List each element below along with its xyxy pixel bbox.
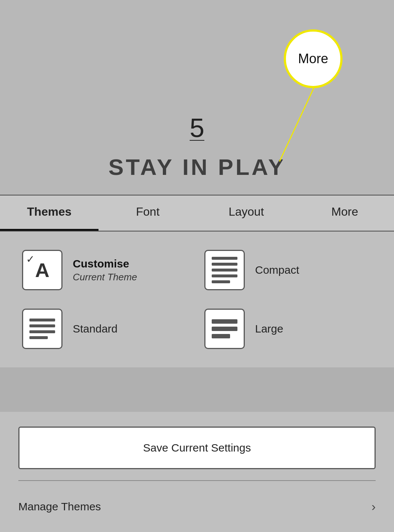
callout-container: More	[284, 29, 343, 88]
top-area: More 5 STAY IN PLAY	[0, 0, 394, 195]
manage-themes-label: Manage Themes	[18, 500, 101, 513]
page-title-hint: STAY IN PLAY	[108, 154, 286, 180]
chevron-right-icon: ›	[372, 499, 376, 514]
tab-more[interactable]: More	[296, 195, 394, 231]
save-current-settings-button[interactable]: Save Current Settings	[18, 427, 376, 469]
compact-theme-icon	[204, 250, 245, 290]
theme-item-compact[interactable]: Compact	[204, 250, 372, 290]
themes-content: ✓ A Customise Current Theme Compact	[0, 231, 394, 367]
callout-line	[279, 88, 314, 162]
customize-theme-label: Customise Current Theme	[73, 258, 137, 283]
tab-themes[interactable]: Themes	[0, 195, 98, 231]
standard-theme-icon	[22, 309, 62, 349]
bottom-section: Save Current Settings Manage Themes ›	[0, 412, 394, 532]
callout-label: More	[298, 51, 328, 66]
large-theme-icon	[204, 309, 245, 349]
page-number: 5	[190, 113, 204, 143]
tab-layout[interactable]: Layout	[197, 195, 296, 231]
tab-bar: Themes Font Layout More	[0, 195, 394, 231]
divider	[18, 480, 376, 481]
theme-item-customise[interactable]: ✓ A Customise Current Theme	[22, 250, 190, 290]
customize-theme-icon: ✓ A	[22, 250, 62, 290]
check-icon: ✓	[26, 253, 35, 265]
theme-item-large[interactable]: Large	[204, 309, 372, 349]
callout-bubble: More	[284, 29, 343, 88]
theme-item-standard[interactable]: Standard	[22, 309, 190, 349]
manage-themes-row[interactable]: Manage Themes ›	[18, 492, 376, 532]
tab-font[interactable]: Font	[98, 195, 197, 231]
themes-grid: ✓ A Customise Current Theme Compact	[22, 250, 372, 349]
